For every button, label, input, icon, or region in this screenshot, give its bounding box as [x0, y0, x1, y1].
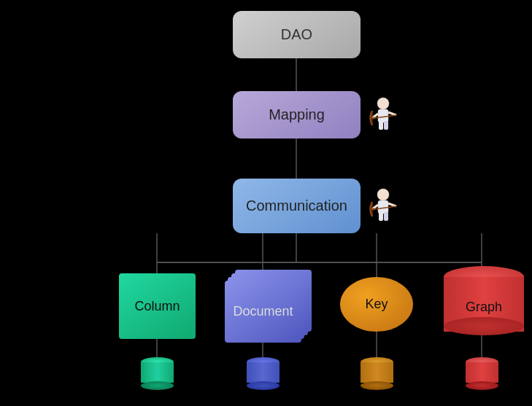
svg-rect-15 [379, 121, 383, 130]
svg-rect-25 [384, 212, 388, 221]
graph-label: Graph [466, 299, 502, 314]
svg-point-22 [377, 189, 389, 200]
graph-cylinder-bottom [444, 317, 524, 335]
graph-mini-cylinder [466, 357, 498, 390]
archer-mapping-icon [369, 95, 409, 139]
svg-line-18 [388, 112, 396, 115]
communication-label: Communication [246, 198, 347, 214]
key-label: Key [365, 297, 388, 312]
document-node: Document [225, 270, 320, 343]
graph-node: Graph [444, 266, 524, 335]
diagram-container: DAO Mapping Communication [0, 0, 532, 406]
column-mini-cylinder [141, 357, 174, 390]
mapping-label: Mapping [269, 106, 325, 123]
dao-node: DAO [233, 11, 361, 58]
dao-label: DAO [281, 26, 312, 43]
key-mini-cylinder [361, 357, 393, 390]
mapping-node: Mapping [233, 91, 361, 138]
archer-communication-icon [369, 186, 409, 230]
document-label: Document [233, 304, 293, 319]
communication-node: Communication [233, 179, 361, 233]
svg-rect-24 [379, 212, 383, 221]
svg-rect-16 [384, 121, 388, 130]
document-page-0: Document [225, 281, 301, 343]
document-mini-cylinder [247, 357, 280, 390]
column-node: Column [119, 273, 196, 339]
svg-point-13 [377, 98, 389, 109]
svg-line-27 [388, 203, 396, 206]
column-label: Column [134, 299, 180, 314]
key-node: Key [340, 277, 413, 332]
